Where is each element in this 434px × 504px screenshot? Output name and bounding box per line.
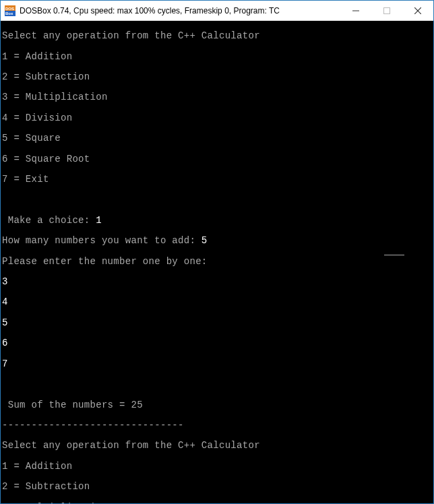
console-output: Select any operation from the C++ Calcul… xyxy=(1,21,433,503)
minimize-button[interactable] xyxy=(340,1,371,20)
input-number: 6 xyxy=(2,338,432,348)
svg-rect-5 xyxy=(384,7,390,13)
menu-header: Select any operation from the C++ Calcul… xyxy=(2,441,432,451)
menu-item: 5 = Square xyxy=(2,133,432,144)
howmany-line: How many numbers you want to add: 5 xyxy=(2,236,432,246)
choice-value: 1 xyxy=(96,215,102,226)
input-number: 4 xyxy=(2,297,432,307)
menu-item: 4 = Division xyxy=(2,113,432,123)
maximize-button[interactable] xyxy=(371,1,402,20)
menu-item: 7 = Exit xyxy=(2,175,432,185)
choice-line: Make a choice: 1 xyxy=(2,216,432,226)
svg-text:DOS: DOS xyxy=(5,7,14,11)
svg-text:Box: Box xyxy=(5,11,13,15)
window-titlebar: DOS Box DOSBox 0.74, Cpu speed: max 100%… xyxy=(1,1,433,21)
close-button[interactable] xyxy=(402,1,433,20)
howmany-prompt: How many numbers you want to add: xyxy=(2,235,202,246)
blank-line xyxy=(2,379,432,389)
sum-result: Sum of the numbers = 25 xyxy=(2,400,432,410)
artifact-line xyxy=(384,255,404,255)
menu-item: 3 = Multiplication xyxy=(2,503,432,503)
howmany-value: 5 xyxy=(202,235,208,246)
window-title: DOSBox 0.74, Cpu speed: max 100% cycles,… xyxy=(20,6,340,15)
menu-item: 1 = Addition xyxy=(2,462,432,472)
menu-item: 2 = Subtraction xyxy=(2,72,432,82)
input-number: 3 xyxy=(2,277,432,287)
menu-item: 2 = Subtraction xyxy=(2,482,432,492)
blank-line xyxy=(2,195,432,205)
dosbox-icon: DOS Box xyxy=(5,5,16,16)
menu-item: 3 = Multiplication xyxy=(2,92,432,102)
menu-item: 6 = Square Root xyxy=(2,154,432,164)
menu-header: Select any operation from the C++ Calcul… xyxy=(2,31,432,41)
separator: ------------------------------- xyxy=(2,420,432,431)
input-number: 7 xyxy=(2,359,432,369)
menu-item: 1 = Addition xyxy=(2,52,432,62)
enter-prompt: Please enter the number one by one: xyxy=(2,257,432,267)
input-number: 5 xyxy=(2,318,432,328)
choice-prompt: Make a choice: xyxy=(2,215,96,226)
window-controls xyxy=(340,1,433,20)
